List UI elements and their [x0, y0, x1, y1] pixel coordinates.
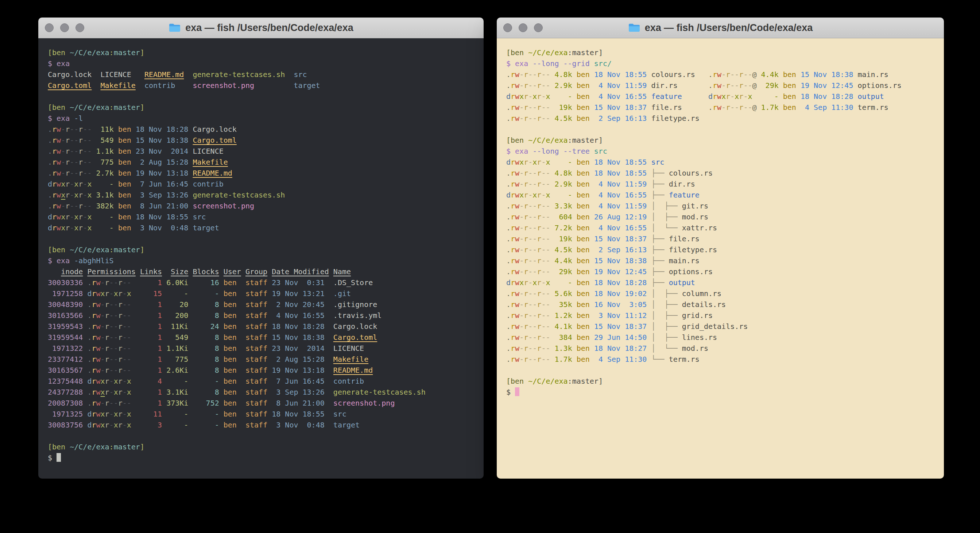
terminal-line: drwxr-xr-x - ben 4 Nov 16:55 feature drw… — [506, 91, 944, 102]
terminal-line: 31959543 .rw-r--r-- 1 11Ki 24 ben staff … — [48, 321, 484, 332]
terminal-line: 1971322 .rw-r--r-- 1 1.1Ki 8 ben staff 2… — [48, 343, 484, 354]
terminal-line — [48, 91, 484, 102]
terminal-line: .rw-r--r-- 4.1k ben 15 Nov 18:37 │ ├── g… — [506, 321, 944, 332]
terminal-line: [ben ~/C/e/exa:master] — [48, 47, 484, 58]
terminal-line: .rw-r--r-- 29k ben 19 Nov 12:45 ├── opti… — [506, 266, 944, 277]
terminal-line: .rw-r--r-- 549 ben 15 Nov 18:38 Cargo.to… — [48, 135, 484, 146]
terminal-cursor — [515, 387, 519, 396]
terminal-line: .rw-r--r-- 1.1k ben 23 Nov 2014 LICENCE — [48, 146, 484, 156]
terminal-line: .rw-r--r-- 775 ben 2 Aug 15:28 Makefile — [48, 156, 484, 168]
terminal-line: .rw-r--r-- 4.4k ben 15 Nov 18:38 ├── mai… — [506, 255, 944, 266]
terminal-line: .rw-r--r-- 604 ben 26 Aug 12:19 │ ├── mo… — [506, 211, 944, 222]
terminal-line: .rw-r--r-- 3.3k ben 4 Nov 11:59 │ ├── gi… — [506, 200, 944, 211]
terminal-line: .rw-r--r-- 4.5k ben 2 Sep 16:13 filetype… — [506, 113, 944, 124]
terminal-line: $ exa -abghHliS — [48, 255, 484, 266]
terminal-line: drwxr-xr-x - ben 3 Nov 0:48 target — [48, 222, 484, 233]
terminal-line: 31959544 .rw-r--r-- 1 549 8 ben staff 15… — [48, 332, 484, 343]
window-title: exa — fish /Users/ben/Code/exa/exa — [169, 22, 353, 34]
terminal-line: [ben ~/C/e/exa:master] — [48, 441, 484, 452]
terminal-line: 30163567 .rw-r--r-- 1 2.6Ki 8 ben staff … — [48, 365, 484, 376]
terminal-line: drwxr-xr-x - ben 18 Nov 18:28 ├── output — [506, 277, 944, 288]
terminal-line: Cargo.lock LICENCE README.md generate-te… — [48, 69, 484, 80]
terminal-line: drwxr-xr-x - ben 7 Jun 16:45 contrib — [48, 179, 484, 190]
terminal-line: $ — [506, 386, 944, 397]
terminal-line: [ben ~/C/e/exa:master] — [48, 244, 484, 255]
terminal-line: .rw-r--r-- 2.9k ben 4 Nov 11:59 dir.rs .… — [506, 80, 944, 91]
terminal-line: 12375448 drwxr-xr-x 4 - - ben staff 7 Ju… — [48, 376, 484, 386]
terminal-line: .rw-r--r-- 2.9k ben 4 Nov 11:59 ├── dir.… — [506, 179, 944, 190]
terminal-output-light[interactable]: [ben ~/C/e/exa:master]$ exa --long --gri… — [497, 38, 944, 479]
terminal-line: .rwxr-xr-x 3.1k ben 3 Sep 13:26 generate… — [48, 190, 484, 200]
terminal-line: 30163566 .rw-r--r-- 1 200 8 ben staff 4 … — [48, 310, 484, 321]
terminal-line: $ exa --long --grid src/ — [506, 58, 944, 69]
terminal-line: .rw-r--r-- 4.5k ben 2 Sep 16:13 ├── file… — [506, 244, 944, 255]
terminal-line: 30030336 .rw-r--r-- 1 6.0Ki 16 ben staff… — [48, 277, 484, 288]
terminal-line: 1971258 drwxr-xr-x 15 - - ben staff 19 N… — [48, 288, 484, 299]
terminal-line: .rw-r--r-- 4.8k ben 18 Nov 18:55 ├── col… — [506, 168, 944, 179]
terminal-line: $ exa — [48, 58, 484, 69]
title-bar[interactable]: exa — fish /Users/ben/Code/exa/exa — [497, 18, 944, 38]
terminal-line: $ exa -l — [48, 113, 484, 124]
zoom-button[interactable] — [75, 23, 84, 32]
terminal-line: $ exa --long --tree src — [506, 146, 944, 156]
minimize-button[interactable] — [519, 23, 527, 32]
folder-icon — [628, 22, 640, 33]
terminal-line: $ — [48, 452, 484, 463]
traffic-lights — [45, 23, 84, 32]
terminal-line: 30083756 drwxr-xr-x 3 - - ben staff 3 No… — [48, 420, 484, 431]
terminal-window-dark: exa — fish /Users/ben/Code/exa/exa [ben … — [38, 18, 484, 479]
terminal-line: [ben ~/C/e/exa:master] — [506, 376, 944, 386]
terminal-line: .rw-r--r-- 35k ben 16 Nov 3:05 │ ├── det… — [506, 299, 944, 310]
terminal-cursor — [57, 453, 61, 462]
terminal-line: 20087308 .rw-r--r-- 1 373Ki 752 ben staf… — [48, 397, 484, 409]
terminal-line: .rw-r--r-- 2.7k ben 19 Nov 13:18 README.… — [48, 168, 484, 179]
terminal-line: 24377288 .rwxr-xr-x 1 3.1Ki 8 ben staff … — [48, 386, 484, 397]
terminal-line: Cargo.toml Makefile contrib screenshot.p… — [48, 80, 484, 91]
terminal-window-light: exa — fish /Users/ben/Code/exa/exa [ben … — [497, 18, 944, 479]
terminal-line: drwxr-xr-x - ben 4 Nov 16:55 ├── feature — [506, 190, 944, 200]
terminal-line: .rw-r--r-- 4.8k ben 18 Nov 18:55 colours… — [506, 69, 944, 80]
terminal-line: inode Permissions Links Size Blocks User… — [48, 266, 484, 277]
terminal-line: .rw-r--r-- 382k ben 8 Jun 21:00 screensh… — [48, 200, 484, 211]
terminal-line: .rw-r--r-- 19k ben 15 Nov 18:37 file.rs … — [506, 102, 944, 113]
terminal-line — [48, 233, 484, 244]
terminal-line: [ben ~/C/e/exa:master] — [506, 135, 944, 146]
terminal-line: drwxr-xr-x - ben 18 Nov 18:55 src — [48, 211, 484, 222]
terminal-line: .rw-r--r-- 1.3k ben 18 Nov 18:27 │ └── m… — [506, 343, 944, 354]
terminal-line: 30048390 .rw-r--r-- 1 20 8 ben staff 2 N… — [48, 299, 484, 310]
terminal-line — [506, 365, 944, 376]
close-button[interactable] — [45, 23, 54, 32]
terminal-line: [ben ~/C/e/exa:master] — [506, 47, 944, 58]
window-title-text: exa — fish /Users/ben/Code/exa/exa — [185, 22, 353, 34]
terminal-line: .rw-r--r-- 11k ben 18 Nov 18:28 Cargo.lo… — [48, 124, 484, 135]
title-bar[interactable]: exa — fish /Users/ben/Code/exa/exa — [38, 18, 484, 38]
terminal-line — [48, 431, 484, 441]
zoom-button[interactable] — [534, 23, 543, 32]
terminal-line — [506, 124, 944, 135]
terminal-line: .rw-r--r-- 19k ben 15 Nov 18:37 ├── file… — [506, 233, 944, 244]
terminal-line: 1971325 drwxr-xr-x 11 - - ben staff 18 N… — [48, 409, 484, 420]
close-button[interactable] — [503, 23, 512, 32]
window-title: exa — fish /Users/ben/Code/exa/exa — [628, 22, 813, 34]
traffic-lights — [503, 23, 543, 32]
desktop: { "window": { "title": "exa — fish /User… — [0, 0, 980, 533]
minimize-button[interactable] — [60, 23, 69, 32]
terminal-line: .rw-r--r-- 1.2k ben 3 Nov 11:12 │ ├── gr… — [506, 310, 944, 321]
terminal-output-dark[interactable]: [ben ~/C/e/exa:master]$ exaCargo.lock LI… — [38, 38, 484, 479]
terminal-line: [ben ~/C/e/exa:master] — [48, 102, 484, 113]
terminal-line: drwxr-xr-x - ben 18 Nov 18:55 src — [506, 156, 944, 168]
terminal-line: .rw-r--r-- 1.7k ben 4 Sep 11:30 └── term… — [506, 354, 944, 365]
window-title-text: exa — fish /Users/ben/Code/exa/exa — [645, 22, 813, 34]
folder-icon — [169, 22, 181, 33]
terminal-line: .rw-r--r-- 7.2k ben 4 Nov 16:55 │ └── xa… — [506, 222, 944, 233]
terminal-line: 23377412 .rw-r--r-- 1 775 8 ben staff 2 … — [48, 354, 484, 365]
terminal-line: .rw-r--r-- 384 ben 29 Jun 14:50 │ ├── li… — [506, 332, 944, 343]
terminal-line: .rw-r--r-- 5.6k ben 18 Nov 19:02 │ ├── c… — [506, 288, 944, 299]
